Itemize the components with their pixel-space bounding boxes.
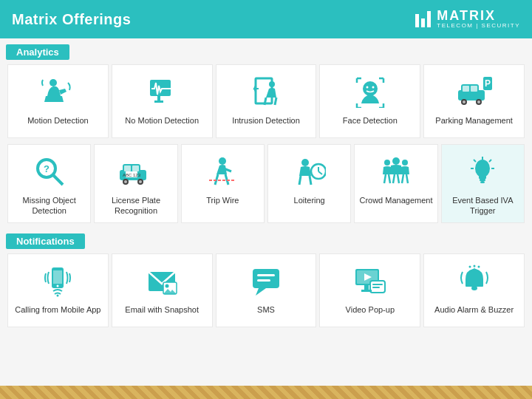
svg-point-34 <box>219 157 226 165</box>
svg-rect-81 <box>361 290 372 292</box>
missing-object-detection-icon: ? <box>33 152 66 191</box>
svg-text:?: ? <box>44 163 50 174</box>
svg-point-14 <box>463 100 466 103</box>
svg-point-47 <box>402 160 408 166</box>
svg-line-22 <box>53 175 63 185</box>
svg-point-86 <box>477 265 480 267</box>
svg-line-59 <box>489 160 491 162</box>
svg-point-16 <box>477 100 480 103</box>
svg-point-85 <box>473 265 475 267</box>
svg-point-69 <box>166 284 169 287</box>
svg-rect-73 <box>257 279 270 282</box>
notifications-section-label: Notifications <box>0 231 532 249</box>
video-popup-icon <box>354 262 386 300</box>
svg-rect-64 <box>53 270 62 284</box>
face-detection-label: Face Detection <box>343 115 398 126</box>
logo: MATRIX TELECOM | SECURITY <box>415 9 520 30</box>
svg-line-51 <box>398 174 399 183</box>
face-detection-cell: Face Detection <box>319 64 420 138</box>
logo-subtitle: TELECOM | SECURITY <box>437 22 520 30</box>
svg-line-52 <box>402 174 403 183</box>
crowd-management-icon <box>380 152 412 191</box>
svg-point-27 <box>124 180 127 183</box>
parking-management-cell: P Parking Management <box>423 64 525 138</box>
svg-point-9 <box>366 86 368 89</box>
calling-mobile-app-label: Calling from Mobile App <box>15 304 100 315</box>
video-popup-cell: Video Pop-up <box>319 253 420 327</box>
audio-alarm-buzzer-cell: Audio Alarm & Buzzer <box>423 253 525 327</box>
svg-line-44 <box>318 171 322 174</box>
sms-icon <box>250 262 282 300</box>
svg-rect-57 <box>480 181 485 183</box>
svg-rect-80 <box>364 285 369 290</box>
logo-name: MATRIX <box>437 9 496 22</box>
svg-rect-31 <box>132 166 139 171</box>
svg-point-45 <box>384 160 390 166</box>
loitering-icon <box>293 152 326 191</box>
motion-detection-icon <box>41 72 74 111</box>
analytics-row-2: ? Missing Object Detection <box>6 143 526 225</box>
svg-line-53 <box>406 174 408 183</box>
svg-point-66 <box>57 294 59 296</box>
calling-mobile-app-icon <box>41 262 74 300</box>
svg-rect-70 <box>253 269 279 288</box>
svg-rect-2 <box>157 96 160 100</box>
parking-management-icon: P <box>455 72 494 111</box>
motion-detection-label: Motion Detection <box>27 115 89 126</box>
trip-wire-icon <box>206 152 239 191</box>
svg-point-54 <box>475 160 490 177</box>
missing-object-detection-cell: ? Missing Object Detection <box>7 144 91 223</box>
crowd-management-cell: Crowd Management <box>354 144 437 223</box>
logo-text: MATRIX TELECOM | SECURITY <box>437 9 520 30</box>
audio-alarm-buzzer-label: Audio Alarm & Buzzer <box>434 304 514 315</box>
loitering-label: Loitering <box>294 195 325 205</box>
header: Matrix Offerings MATRIX TELECOM | SECURI… <box>0 0 532 38</box>
svg-line-48 <box>384 174 386 183</box>
notifications-row: Calling from Mobile App Email with Snaps… <box>6 252 526 329</box>
face-detection-icon <box>354 72 386 111</box>
svg-line-49 <box>389 174 390 183</box>
svg-line-41 <box>310 176 311 185</box>
email-with-snapshot-cell: Email with Snapshot <box>112 253 213 327</box>
calling-mobile-app-cell: Calling from Mobile App <box>7 253 109 327</box>
svg-point-8 <box>363 81 378 96</box>
intrusion-detection-label: Intrusion Detection <box>232 115 300 126</box>
email-with-snapshot-label: Email with Snapshot <box>125 304 199 315</box>
motion-detection-cell: Motion Detection <box>7 64 109 138</box>
sms-cell: SMS <box>216 253 317 327</box>
event-based-iva-cell: Event Based IVA Trigger <box>441 144 525 223</box>
svg-rect-72 <box>257 274 275 276</box>
email-with-snapshot-icon <box>146 262 178 300</box>
trip-wire-label: Trip Wire <box>206 195 239 205</box>
svg-point-83 <box>471 286 477 290</box>
svg-point-65 <box>57 284 59 287</box>
svg-point-84 <box>468 265 471 267</box>
trip-wire-cell: Trip Wire <box>181 144 265 223</box>
analytics-label: Analytics <box>6 44 69 60</box>
svg-point-39 <box>301 159 309 166</box>
license-plate-recognition-label: License Plate Recognition <box>98 195 174 216</box>
svg-line-6 <box>265 98 266 105</box>
bottom-decorative-bar <box>0 386 532 399</box>
logo-bars-icon <box>415 11 431 27</box>
svg-point-5 <box>269 81 275 87</box>
analytics-section-label: Analytics <box>0 38 532 60</box>
crowd-management-label: Crowd Management <box>359 195 432 205</box>
license-plate-recognition-icon: ABC 123 <box>117 152 155 191</box>
event-based-iva-label: Event Based IVA Trigger <box>445 195 521 216</box>
logo-bar-1 <box>415 14 419 27</box>
svg-rect-55 <box>479 176 486 179</box>
svg-line-50 <box>393 174 395 183</box>
logo-bar-3 <box>427 11 431 27</box>
svg-text:P: P <box>485 78 491 89</box>
loitering-cell: Loitering <box>267 144 351 223</box>
svg-rect-18 <box>471 86 477 92</box>
audio-alarm-buzzer-icon <box>458 262 491 300</box>
notifications-section: Calling from Mobile App Email with Snaps… <box>0 252 532 335</box>
parking-management-label: Parking Management <box>435 115 513 126</box>
event-based-iva-icon <box>466 152 499 191</box>
svg-rect-17 <box>463 86 469 92</box>
logo-bar-2 <box>421 18 425 27</box>
svg-point-46 <box>392 157 400 165</box>
license-plate-recognition-cell: ABC 123 License Plate Recognition <box>94 144 177 223</box>
